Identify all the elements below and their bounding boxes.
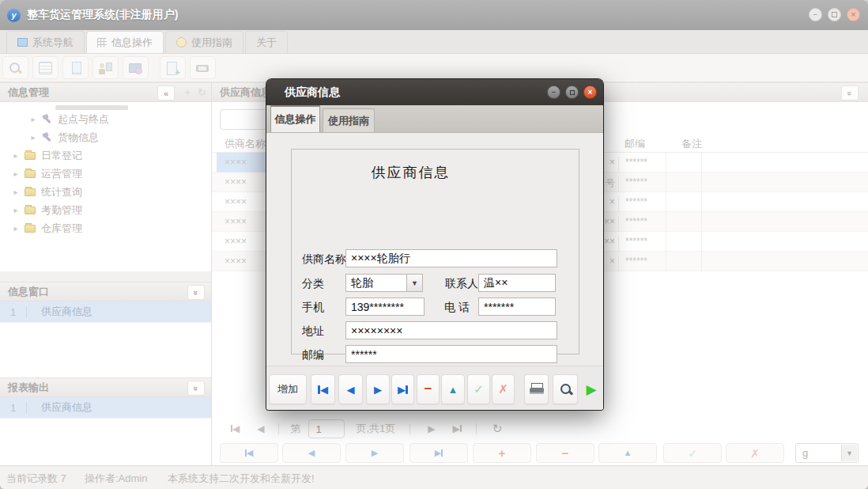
printer-icon (196, 62, 209, 74)
minimize-button[interactable]: − (809, 8, 822, 21)
dialog-tab-user-guide[interactable]: 使用指南 (323, 108, 375, 132)
first-page-icon[interactable]: ◀ (231, 423, 240, 434)
print-preview-button[interactable] (553, 374, 578, 404)
page-number-input[interactable]: 1 (308, 419, 345, 438)
user-settings-button[interactable] (92, 56, 119, 79)
expand-caret-icon[interactable]: ▸ (11, 206, 21, 214)
printer-button[interactable] (190, 56, 216, 79)
contact-field[interactable]: 温×× (478, 274, 556, 292)
chevron-down-icon[interactable]: ▼ (841, 445, 857, 461)
tree-item-operation-management[interactable]: ▸ 运营管理 (0, 165, 211, 183)
collapse-panel-button[interactable]: » (841, 85, 859, 100)
collapse-sidebar-button[interactable]: « (157, 85, 175, 100)
page-size-dropdown[interactable]: g ▼ (795, 443, 859, 463)
app-window: y 整车货运管理系统(非注册用户) − × 系统导航 信息操作 使用指南 关于 (0, 0, 868, 489)
next-record-button[interactable]: ▶ (345, 443, 404, 463)
tab-about[interactable]: 关于 (245, 31, 288, 53)
next-page-icon[interactable]: ▶ (428, 423, 435, 434)
remove-record-button[interactable]: − (417, 374, 440, 404)
confirm-button[interactable]: ✓ (663, 443, 722, 463)
mobile-field[interactable]: 139******** (345, 298, 425, 316)
app-icon: y (7, 9, 21, 22)
prev-record-button[interactable]: ◀ (338, 374, 363, 404)
collapse-panel-button[interactable]: » (187, 285, 205, 300)
cell-zip: ****** (618, 176, 666, 192)
last-record-button[interactable]: ▶ (391, 374, 414, 404)
last-page-icon[interactable]: ▶ (453, 423, 462, 434)
name-field[interactable]: ××××轮胎行 (345, 249, 557, 267)
zip-field[interactable]: ****** (345, 345, 557, 363)
address-field[interactable]: ×××××××× (345, 321, 557, 339)
add-button[interactable]: 增加 (269, 374, 307, 404)
panel-title: 信息窗口 (8, 285, 49, 299)
refresh-icon[interactable]: ↻ (198, 86, 206, 98)
expand-caret-icon[interactable]: ▸ (11, 169, 21, 178)
tree-item-attendance-management[interactable]: ▸ 考勤管理 (0, 201, 211, 219)
remove-record-button[interactable]: − (536, 443, 594, 463)
tool-icon (42, 133, 52, 142)
phone-field[interactable]: ******* (478, 298, 556, 316)
tree-item-label: 运营管理 (41, 167, 82, 181)
search-button[interactable] (2, 56, 28, 79)
dialog-maximize-button[interactable] (565, 85, 579, 99)
document-button[interactable] (62, 56, 89, 79)
monitor-button[interactable] (123, 56, 149, 79)
cancel-button[interactable]: ✗ (726, 443, 784, 463)
edit-record-button[interactable]: ▲ (598, 443, 657, 463)
refresh-icon[interactable]: ↻ (492, 422, 503, 436)
cancel-button[interactable]: ✗ (492, 374, 515, 404)
column-header-zip[interactable]: 邮编 (625, 137, 645, 151)
tree-item-cargo-info[interactable]: ▸ 货物信息 (0, 128, 211, 146)
tree-item-warehouse-management[interactable]: ▸ 仓库管理 (0, 219, 211, 237)
list-item[interactable]: 1 供应商信息 (0, 301, 211, 323)
tree-item-statistics-query[interactable]: ▸ 统计查询 (0, 183, 211, 201)
last-record-button[interactable]: ▶ (409, 443, 468, 463)
expand-caret-icon[interactable]: ▸ (11, 188, 21, 196)
column-header-name[interactable]: 供商名称 (225, 137, 266, 151)
folder-icon (25, 207, 36, 214)
prev-record-button[interactable]: ◀ (282, 443, 341, 463)
run-button[interactable]: ▶ (582, 374, 601, 404)
category-dropdown[interactable]: 轮胎 ▼ (345, 274, 423, 292)
app-title: 整车货运管理系统(非注册用户) (27, 8, 178, 22)
expand-caret-icon[interactable]: ▸ (28, 133, 38, 142)
chevron-down-icon[interactable]: ▼ (406, 275, 422, 291)
maximize-button[interactable] (828, 8, 841, 21)
print-button[interactable] (524, 374, 549, 404)
dialog-titlebar[interactable]: 供应商信息 − × (266, 79, 603, 105)
column-header-note[interactable]: 备注 (681, 137, 702, 151)
dialog-body: 供应商信息 供商名称 ××××轮胎行 分类 轮胎 ▼ 联系人 温×× 手机 13… (266, 133, 603, 366)
tab-system-nav[interactable]: 系统导航 (6, 31, 85, 53)
list-item[interactable]: 1 供应商信息 (0, 397, 211, 419)
dialog-close-button[interactable]: × (583, 85, 597, 99)
dialog-tab-info-operation[interactable]: 信息操作 (270, 105, 320, 132)
tree-item-daily-register[interactable]: ▸ 日常登记 (0, 146, 211, 165)
collapse-panel-button[interactable]: » (187, 381, 205, 396)
add-record-button[interactable]: + (473, 443, 531, 463)
edit-record-button[interactable]: ▲ (441, 374, 465, 404)
address-field-label: 地址 (302, 324, 324, 339)
first-record-button[interactable]: ◀ (311, 374, 335, 404)
tab-info-operation[interactable]: 信息操作 (86, 31, 164, 53)
expand-caret-icon[interactable]: ▸ (11, 151, 21, 160)
confirm-button[interactable]: ✓ (467, 374, 490, 404)
form-title: 供应商信息 (266, 163, 555, 182)
tree-item-origin-destination[interactable]: ▸ 起点与终点 (0, 110, 211, 128)
document-add-button[interactable] (160, 56, 186, 79)
expand-caret-icon[interactable]: ▸ (28, 115, 38, 123)
add-icon[interactable]: + (184, 86, 191, 98)
mobile-field-label: 手机 (302, 301, 324, 315)
expand-caret-icon[interactable]: ▸ (11, 224, 21, 233)
prev-page-icon[interactable]: ◀ (257, 423, 264, 434)
list-button[interactable] (32, 56, 58, 79)
tree-item-label: 起点与终点 (58, 112, 109, 127)
panel-title: 供应商信息 (220, 85, 271, 100)
dialog-minimize-button[interactable]: − (547, 85, 560, 99)
first-record-button[interactable]: ◀ (220, 443, 278, 463)
cell-name: ×××× (225, 176, 247, 188)
tab-user-guide[interactable]: 使用指南 (165, 31, 243, 53)
close-button[interactable]: × (847, 8, 860, 21)
category-field-label: 分类 (302, 277, 324, 291)
tab-label: 使用指南 (191, 36, 232, 50)
next-record-button[interactable]: ▶ (366, 374, 390, 404)
